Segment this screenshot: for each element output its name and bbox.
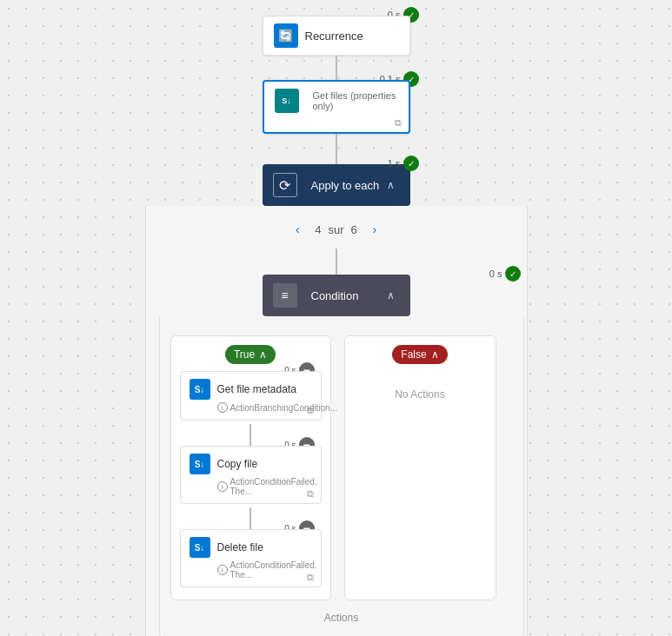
apply-label: Apply to each — [311, 179, 380, 192]
apply-each-container: ‹ 4 sur 6 › 0 s ✓ ≡ Condition — [145, 206, 528, 636]
action-2-info-icon: i — [217, 481, 228, 492]
no-actions-text: No Actions — [395, 371, 444, 418]
action-3-sublabel-text: ActionConditionFailed. The... — [230, 560, 317, 580]
action-1-icon: S↓ — [190, 379, 210, 400]
apply-icon: ⟳ — [273, 173, 297, 197]
recurrence-node[interactable]: 🔄 Recurrence — [263, 16, 410, 56]
action-1-info-icon: i — [217, 402, 228, 413]
getfiles-label: Get files (properties only) — [313, 90, 398, 111]
action-1-copy-icon[interactable]: ⧉ — [307, 405, 314, 416]
action-3-sublabel: i ActionConditionFailed. The... — [190, 560, 312, 580]
action-3-copy-icon[interactable]: ⧉ — [307, 572, 314, 583]
branch-connector-1 — [250, 424, 251, 446]
branch-true: True ∧ 0 s − — [170, 335, 331, 600]
action-3-node[interactable]: S↓ Delete file i ActionConditionFailed. … — [180, 529, 322, 587]
action-2-sublabel-text: ActionConditionFailed. The... — [230, 477, 317, 496]
action-2-node[interactable]: S↓ Copy file i ActionConditionFailed. Th… — [180, 446, 322, 504]
next-page-btn[interactable]: › — [364, 219, 385, 240]
inner-connector-1 — [336, 248, 337, 275]
action-1-label: Get file metadata — [217, 383, 296, 395]
action-3-wrapper: 0 s − S↓ Delete file — [180, 529, 322, 587]
condition-label: Condition — [311, 289, 359, 302]
condition-check-icon: ✓ — [505, 266, 521, 282]
connector-2 — [336, 134, 337, 164]
branches: True ∧ 0 s − — [170, 335, 513, 600]
prev-page-btn[interactable]: ‹ — [287, 219, 308, 240]
condition-status: 0 s ✓ — [489, 266, 521, 282]
getfiles-icon: S↓ — [275, 89, 299, 113]
action-1-wrapper: 0 s − S↓ Get file metadata — [180, 371, 322, 421]
connector-1 — [336, 56, 337, 80]
recurrence-icon: 🔄 — [274, 23, 298, 48]
action-1-sublabel: i ActionBranchingCondition... — [190, 402, 312, 413]
action-2-icon: S↓ — [190, 454, 210, 474]
page-current: 4 — [315, 223, 321, 236]
condition-collapse-btn[interactable]: ∧ — [383, 287, 400, 304]
page-total: 6 — [351, 223, 357, 236]
condition-outer: True ∧ 0 s − — [159, 316, 524, 636]
action-1-node[interactable]: S↓ Get file metadata i ActionBranchingCo… — [180, 371, 322, 421]
action-2-copy-icon[interactable]: ⧉ — [307, 488, 314, 500]
getfiles-node[interactable]: S↓ Get files (properties only) ⧉ — [263, 80, 410, 134]
pagination: ‹ 4 sur 6 › — [159, 219, 514, 240]
getfiles-copy-icon[interactable]: ⧉ — [395, 117, 402, 129]
recurrence-label: Recurrence — [305, 30, 363, 43]
apply-status: 1 s ✓ — [388, 156, 419, 171]
condition-node[interactable]: ≡ Condition ∧ — [263, 275, 410, 316]
branch-true-header[interactable]: True ∧ — [225, 345, 276, 364]
apply-time: 1 s — [388, 158, 401, 169]
action-2-sublabel: i ActionConditionFailed. The... — [190, 477, 312, 496]
action-3-label: Delete file — [217, 541, 263, 553]
condition-time: 0 s — [489, 268, 502, 279]
apply-check-icon: ✓ — [403, 156, 419, 171]
page-separator: sur — [328, 223, 343, 236]
branch-false: False ∧ No Actions — [344, 335, 496, 600]
branch-connector-2 — [250, 507, 251, 529]
branch-false-label: False — [401, 348, 426, 361]
action-3-info-icon: i — [217, 565, 228, 575]
apply-collapse-btn[interactable]: ∧ — [383, 176, 400, 194]
condition-icon: ≡ — [273, 283, 297, 308]
actions-label: Actions — [324, 605, 358, 627]
branch-false-header[interactable]: False ∧ — [392, 345, 447, 364]
action-2-label: Copy file — [217, 458, 258, 470]
action-3-icon: S↓ — [190, 537, 210, 558]
branch-true-label: True — [234, 348, 255, 361]
action-2-wrapper: 0 s − S↓ Copy file — [180, 446, 322, 504]
action-1-sublabel-text: ActionBranchingCondition... — [230, 403, 337, 413]
